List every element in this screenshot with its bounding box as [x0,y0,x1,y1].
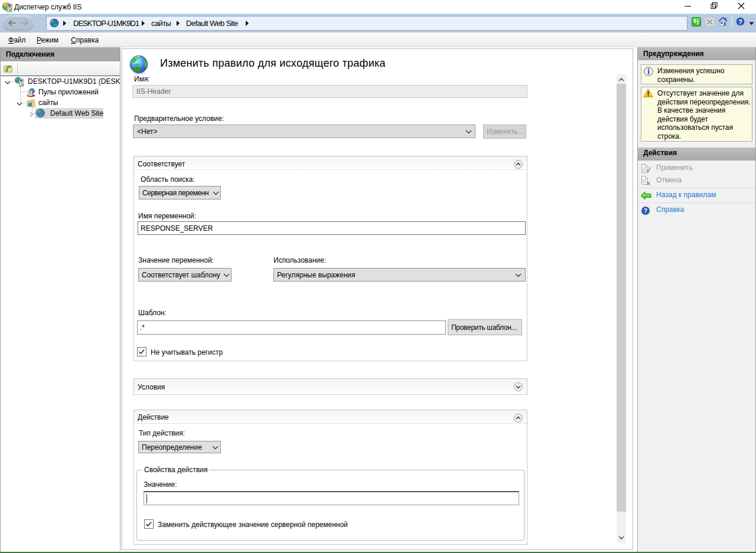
svg-text:?: ? [738,18,742,25]
svg-text:?: ? [644,207,647,214]
